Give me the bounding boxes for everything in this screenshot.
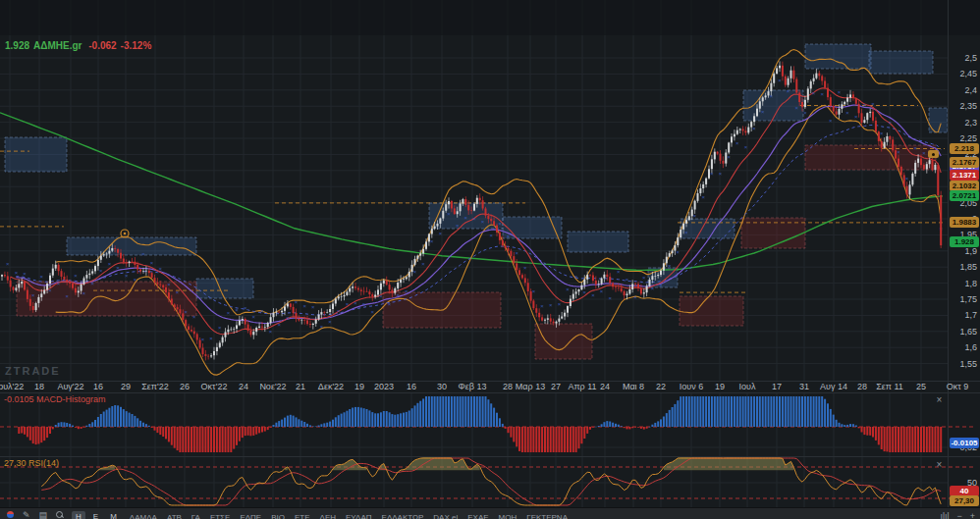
price-axis[interactable]: 2,52,452,42,352,32,252,22,152,12,0521,95…	[949, 0, 980, 507]
ticker-shortcut[interactable]: ΒΙΟ	[271, 511, 285, 519]
ticker-shortcut[interactable]: ΓΕΚΤΕΡΝΑ	[526, 511, 568, 519]
svg-text:×: ×	[668, 263, 672, 269]
ticker-shortcut[interactable]: ΔΕΗ	[320, 511, 336, 519]
svg-text:×: ×	[184, 309, 188, 315]
svg-text:×: ×	[134, 277, 137, 283]
svg-text:×: ×	[167, 282, 171, 287]
price-tick: 1,65	[959, 327, 977, 337]
svg-text:×: ×	[591, 292, 595, 298]
zoom-out-icon[interactable]: −	[956, 511, 961, 519]
search-icon[interactable]	[56, 511, 63, 518]
ticker-shortcut[interactable]: DAX.el	[433, 511, 458, 519]
date-label: 24	[239, 382, 248, 391]
svg-text:×: ×	[90, 281, 94, 286]
date-label: Σεπ'22	[141, 382, 169, 391]
ticker-shortcut[interactable]: ΕΥΔΑΠ	[346, 511, 372, 519]
date-label: 16	[407, 382, 416, 391]
svg-text:×: ×	[752, 126, 756, 131]
svg-text:×: ×	[701, 194, 705, 200]
svg-text:×: ×	[209, 336, 213, 341]
svg-text:×: ×	[125, 273, 129, 279]
svg-text:×: ×	[311, 304, 315, 310]
rsi-ma-badge: 40	[950, 486, 979, 496]
price-tick: 2,3	[964, 118, 977, 128]
svg-text:×: ×	[388, 301, 392, 307]
svg-text:×: ×	[719, 171, 723, 177]
svg-text:×: ×	[812, 90, 816, 96]
svg-text:×: ×	[405, 288, 408, 294]
ticker-shortcut[interactable]: ΑΤΒ	[167, 511, 182, 519]
svg-text:×: ×	[235, 307, 239, 313]
histogram-icon[interactable]: ılıl	[940, 511, 949, 519]
price-tick: 2,4	[964, 85, 977, 95]
svg-text:×: ×	[838, 89, 842, 95]
date-label: Σεπ 11	[876, 382, 903, 391]
zoom-in-icon[interactable]: +	[970, 511, 975, 519]
svg-text:×: ×	[464, 215, 468, 221]
svg-text:×: ×	[252, 314, 256, 320]
svg-text:×: ×	[913, 145, 917, 151]
svg-text:×: ×	[227, 310, 231, 316]
ticker-shortcut[interactable]: ΜΟΗ	[499, 511, 517, 519]
svg-text:×: ×	[787, 88, 790, 94]
svg-text:×: ×	[31, 292, 35, 298]
date-label: Φεβ 13	[459, 382, 487, 391]
ticker-shortcut[interactable]: ΕΛΠΕ	[240, 511, 261, 519]
ticker-shortcut[interactable]: ΛΑΜΔΑ	[130, 511, 157, 519]
svg-text:×: ×	[507, 234, 511, 239]
date-label: 22	[656, 382, 666, 391]
svg-text:×: ×	[23, 271, 27, 277]
svg-text:×: ×	[905, 176, 909, 182]
ticker-shortcut[interactable]: ΕΤΕ	[295, 511, 310, 519]
svg-text:×: ×	[328, 319, 332, 325]
main-chart-canvas[interactable]: ××××××××××××××××××××××××××××××××××××××××…	[0, 0, 980, 519]
ticker-shortcut[interactable]: ΓΑ	[191, 511, 200, 519]
price-alert-icon[interactable]	[928, 150, 939, 158]
svg-text:×: ×	[150, 260, 154, 266]
svg-text:×: ×	[583, 289, 587, 295]
svg-text:×: ×	[74, 273, 78, 279]
layout-icon[interactable]: ▤	[39, 511, 48, 519]
svg-text:×: ×	[566, 286, 570, 292]
svg-text:×: ×	[540, 303, 544, 309]
ticker-shortcut[interactable]: ΕΧΑΕ	[467, 511, 488, 519]
timeframe-button-Ε[interactable]: Ε	[89, 511, 102, 519]
date-label: 21	[296, 382, 305, 391]
macd-close-icon[interactable]: ×	[934, 394, 945, 405]
date-axis[interactable]: Ιουλ'2218Αυγ'221629Σεπ'2226Οκτ'2224Νοε'2…	[0, 381, 980, 392]
rsi-pane-label: 27,30 RSI(14)	[4, 458, 59, 468]
svg-text:×: ×	[820, 91, 824, 97]
date-label: 26	[180, 382, 190, 391]
date-label: Οκτ 9	[947, 382, 969, 391]
svg-text:×: ×	[320, 324, 324, 330]
timeframe-button-Η[interactable]: Η	[72, 511, 85, 519]
svg-text:×: ×	[430, 238, 434, 244]
ticker-shortcut[interactable]: ΕΛΛΑΚΤΩΡ	[382, 511, 424, 519]
svg-text:×: ×	[498, 221, 502, 227]
svg-text:×: ×	[260, 308, 264, 314]
price-badge: 2.218	[950, 143, 979, 154]
svg-text:×: ×	[472, 216, 476, 222]
svg-text:×: ×	[922, 150, 926, 156]
svg-text:×: ×	[439, 231, 443, 236]
date-label: 25	[916, 382, 926, 391]
svg-text:×: ×	[108, 261, 112, 267]
price-badge: 2.1767	[950, 157, 979, 168]
rsi-close-icon[interactable]: ×	[934, 459, 945, 470]
chart-zoom-controls: ılıl−+	[940, 511, 975, 519]
svg-text:×: ×	[421, 261, 425, 267]
svg-text:×: ×	[176, 289, 180, 295]
marker-icon[interactable]	[7, 511, 14, 518]
price-tick: 2,25	[959, 133, 977, 143]
svg-text:×: ×	[889, 120, 893, 126]
price-tick: 1,75	[959, 294, 977, 304]
price-change-pct: -3.12%	[121, 40, 152, 51]
pencil-icon[interactable]: ✎	[23, 511, 30, 519]
date-label: Αυγ 14	[820, 382, 847, 391]
date-label: 19	[354, 382, 364, 391]
ticker-shortcut[interactable]: ΕΤΣΕ	[210, 511, 231, 519]
timeframe-button-Μ[interactable]: Μ	[106, 511, 121, 519]
symbol: ΑΔΜΗΕ.gr	[33, 40, 82, 51]
macd-pane-label: -0.0105 MACD-Histogram	[4, 394, 106, 404]
date-label: Μαι 8	[623, 382, 644, 391]
